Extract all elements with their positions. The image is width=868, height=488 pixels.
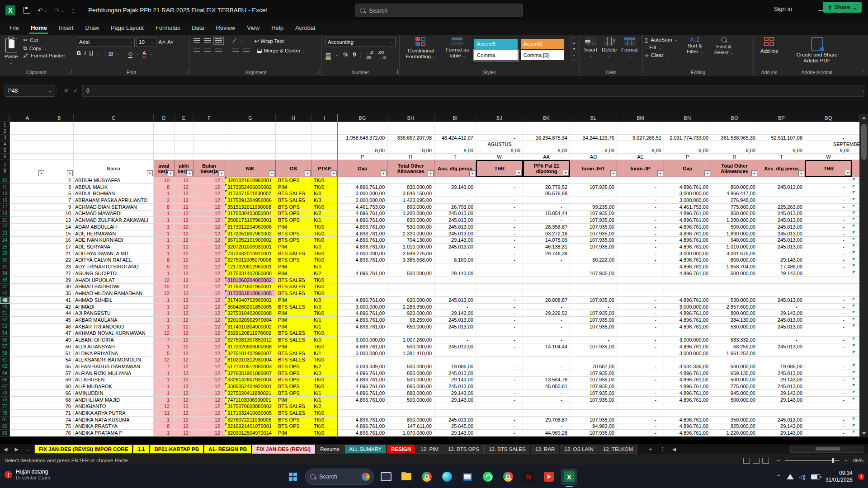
cell-value[interactable]: 107.935,00 (570, 317, 617, 324)
cell-value[interactable]: - (805, 423, 852, 430)
cell-value[interactable] (758, 284, 805, 291)
cell-value[interactable]: - (476, 390, 523, 397)
cell-os[interactable]: BTS OPS (276, 257, 311, 264)
cell-value[interactable]: - (476, 217, 523, 224)
cell-akhir-kerja[interactable]: 12 (175, 277, 193, 284)
cell-value[interactable] (387, 410, 434, 417)
cell[interactable] (45, 141, 74, 147)
cell-value[interactable]: 1.280.000,00 (711, 217, 758, 224)
cell-os[interactable]: BTS OPS (276, 390, 311, 397)
cell-bulan-bekerja[interactable]: 12 (193, 397, 225, 404)
clipboard-dialog-launcher[interactable] (67, 70, 71, 74)
cell-value[interactable]: 500.000,00 (711, 397, 758, 404)
row-header-81[interactable]: 81 (0, 417, 10, 423)
cell-value[interactable]: 1.070.000,00 (387, 430, 434, 436)
filter-dropdown-icon[interactable]: ▾ (845, 170, 851, 176)
cell[interactable] (311, 135, 338, 141)
cell-value[interactable]: 4.896.761,00 (664, 244, 711, 250)
cell-value[interactable]: 245.013,00 (758, 237, 805, 244)
cell-value[interactable]: - (476, 250, 523, 257)
cell-nama[interactable]: ADE HERMAWAN (74, 230, 154, 237)
cell-bulan-bekerja[interactable]: 12 (193, 190, 225, 197)
cell-value[interactable]: - (758, 304, 805, 310)
cell[interactable]: 16.234.875,34 (523, 135, 570, 141)
cell[interactable] (10, 383, 45, 390)
cell-awal-kerja[interactable]: 1 (154, 224, 175, 230)
cell-value[interactable]: - (476, 370, 523, 377)
cell[interactable] (617, 122, 664, 128)
cell-value[interactable] (805, 410, 852, 417)
cell-value[interactable] (387, 357, 434, 363)
menu-tab-file[interactable]: File (4, 22, 25, 35)
cell-no[interactable]: 45 (45, 317, 74, 324)
cell-nik[interactable]: 3207201006930001 (225, 244, 276, 250)
menu-tab-page-layout[interactable]: Page Layout (105, 22, 150, 35)
cell-awal-kerja[interactable]: 12 (154, 330, 175, 337)
cell-bulan-bekerja[interactable]: 12 (193, 263, 225, 270)
cell-nik[interactable]: 3604260201850005 (225, 304, 276, 310)
cell-value[interactable]: - (476, 270, 523, 277)
cell-akhir-kerja[interactable]: 12 (175, 250, 193, 257)
cell-value[interactable]: 147.611,00 (387, 423, 434, 430)
align-right-icon[interactable] (215, 48, 222, 53)
share-button[interactable]: ⇪ Share ⌄ (823, 2, 862, 13)
cell-value[interactable]: 920.000,00 (387, 310, 434, 317)
sheet-tab-12-pim[interactable]: 12. PIM (416, 445, 443, 454)
cell-nama[interactable]: ADE SURYANA (74, 244, 154, 250)
cell-value[interactable]: - (476, 430, 523, 436)
cell[interactable] (523, 141, 570, 147)
cell-value[interactable]: 4.896.761,00 (664, 237, 711, 244)
cell-no[interactable]: 60 (45, 383, 74, 390)
cell-ptkp[interactable]: K/0 (311, 190, 338, 197)
cell-value[interactable]: 30.222,00 (570, 257, 617, 264)
cell-value[interactable]: - (805, 224, 852, 230)
cell-value[interactable]: - (476, 383, 523, 390)
cell[interactable] (45, 135, 74, 141)
cell-value[interactable]: 2.283.350,00 (387, 304, 434, 310)
row-header-58[interactable]: 58 (0, 350, 10, 357)
cell-value[interactable]: 4.896.761,00 (338, 397, 387, 404)
filter-dropdown-icon[interactable]: ▾ (798, 170, 804, 176)
cell-value[interactable]: - (617, 224, 664, 230)
cell-value[interactable]: 245.013,00 (434, 370, 476, 377)
cell[interactable]: 8,00 (338, 147, 387, 154)
cell-value[interactable]: 4.896.761,00 (338, 370, 387, 377)
cell-bulan-bekerja[interactable]: 12 (193, 304, 225, 310)
cell[interactable] (175, 147, 193, 154)
cell-bulan-bekerja[interactable]: 12 (193, 244, 225, 250)
cell-no[interactable]: 7 (45, 197, 74, 204)
cell-os[interactable]: BTS SALES (276, 277, 311, 284)
row-header-7-8[interactable]: 78 (0, 160, 10, 177)
header-total-other-allowances[interactable]: Total Other Allowances▾ (711, 160, 758, 177)
cell[interactable] (758, 128, 805, 135)
cell-value[interactable]: 4.896.761,00 (338, 224, 387, 230)
column-header-BI[interactable]: BI (434, 114, 476, 122)
menu-tab-review[interactable]: Review (210, 22, 241, 35)
sheet-tab-fix-jan-des-revisi-[interactable]: FIX JAN-DES (REVISI) (252, 445, 315, 454)
row-header-23[interactable]: 23 (0, 230, 10, 237)
cell[interactable] (10, 410, 45, 417)
cell[interactable] (10, 122, 45, 128)
cell-value[interactable]: 107.935,00 (570, 377, 617, 384)
cell-nama[interactable]: ALBANI OHOIRA (74, 337, 154, 343)
cell-value[interactable]: - (523, 423, 570, 430)
cell-value[interactable]: - (617, 217, 664, 224)
cell[interactable]: 34.244.123,76 (570, 135, 617, 141)
cell-value[interactable]: 850.000,00 (387, 370, 434, 377)
cell[interactable] (758, 141, 805, 147)
cell-nama[interactable]: ABRAHAM PASKA APRILIANTO (74, 197, 154, 204)
row-header-36[interactable]: 36 (0, 277, 10, 284)
cell-value[interactable]: 245.013,00 (434, 244, 476, 250)
cell-value[interactable]: - (476, 350, 523, 357)
select-all-corner[interactable] (0, 114, 10, 122)
cell-nik[interactable]: 3305052404920001 (225, 383, 276, 390)
cell-os[interactable]: PIM (276, 270, 311, 277)
row-header-78[interactable]: 78 (0, 410, 10, 417)
column-header-E[interactable]: E (175, 114, 193, 122)
cell-no[interactable]: 30 (45, 284, 74, 291)
cell-value[interactable]: 4.896.761,00 (338, 217, 387, 224)
cell-value[interactable] (711, 290, 758, 297)
cell-value[interactable]: 4.896.761,00 (338, 430, 387, 436)
cell-akhir-kerja[interactable]: 12 (175, 284, 193, 291)
cell-awal-kerja[interactable]: 1 (154, 217, 175, 224)
